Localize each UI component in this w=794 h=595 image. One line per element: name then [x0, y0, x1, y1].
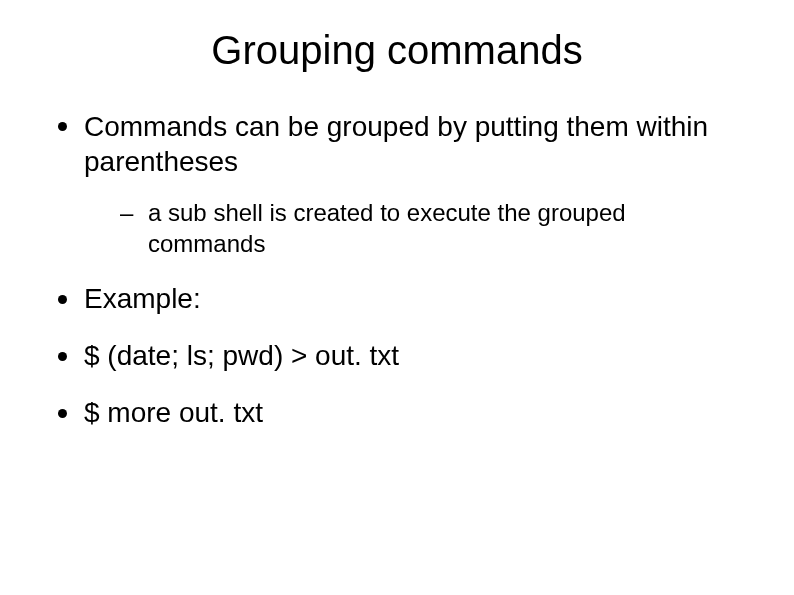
slide: Grouping commands Commands can be groupe…: [0, 0, 794, 595]
bullet-text-1: Commands can be grouped by putting them …: [84, 111, 708, 177]
bullet-item-1: Commands can be grouped by putting them …: [50, 109, 744, 259]
sub-bullet-text-1: a sub shell is created to execute the gr…: [148, 199, 626, 257]
bullet-list: Commands can be grouped by putting them …: [50, 109, 744, 430]
bullet-item-3: $ (date; ls; pwd) > out. txt: [50, 338, 744, 373]
bullet-item-2: Example:: [50, 281, 744, 316]
slide-title: Grouping commands: [50, 28, 744, 73]
sub-bullet-item-1: a sub shell is created to execute the gr…: [120, 197, 744, 259]
bullet-item-4: $ more out. txt: [50, 395, 744, 430]
bullet-text-2: Example:: [84, 283, 201, 314]
sub-bullet-list: a sub shell is created to execute the gr…: [120, 197, 744, 259]
bullet-text-3: $ (date; ls; pwd) > out. txt: [84, 340, 399, 371]
bullet-text-4: $ more out. txt: [84, 397, 263, 428]
